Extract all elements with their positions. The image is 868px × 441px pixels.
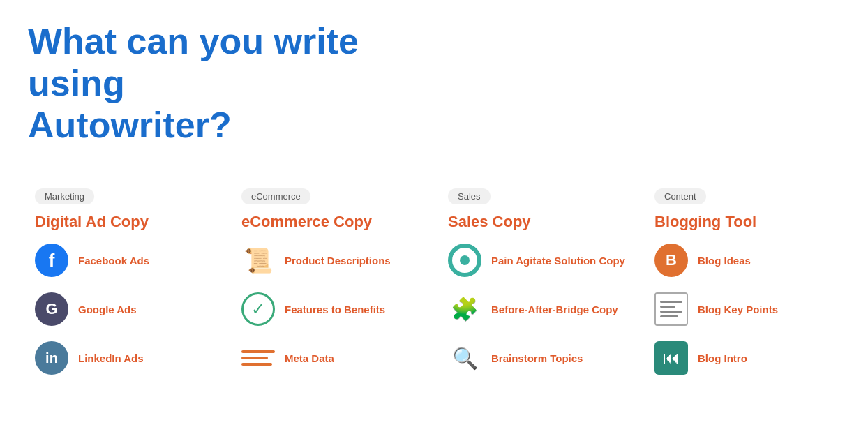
marketing-badge: Marketing	[35, 188, 94, 204]
meta-data-item[interactable]: Meta Data	[241, 341, 420, 375]
blog-key-icon	[654, 292, 688, 326]
ecommerce-column: eCommerce eCommerce Copy 📜 Product Descr…	[234, 188, 427, 390]
before-after-bridge-item[interactable]: 🧩 Before-After-Bridge Copy	[448, 292, 627, 326]
lines-icon	[241, 341, 275, 375]
blog-ideas-label: Blog Ideas	[698, 255, 751, 267]
product-descriptions-label: Product Descriptions	[285, 255, 391, 267]
linkedin-ads-label: LinkedIn Ads	[78, 352, 144, 364]
blog-intro-label: Blog Intro	[698, 352, 747, 364]
pas-copy-label: Pain Agitate Solution Copy	[491, 255, 625, 267]
blogger-icon: B	[654, 244, 688, 277]
sales-column: Sales Sales Copy Pain Agitate Solution C…	[441, 188, 634, 390]
content-section-title: Blogging Tool	[654, 213, 833, 231]
google-ads-label: Google Ads	[78, 304, 137, 315]
marketing-column: Marketing Digital Ad Copy f Facebook Ads…	[28, 188, 220, 390]
meta-data-label: Meta Data	[285, 352, 334, 364]
product-descriptions-item[interactable]: 📜 Product Descriptions	[241, 244, 420, 277]
blog-key-points-label: Blog Key Points	[698, 304, 778, 315]
check-circle-icon: ✓	[241, 292, 275, 326]
features-to-benefits-label: Features to Benefits	[285, 304, 385, 315]
section-divider	[28, 167, 840, 167]
sales-section-title: Sales Copy	[448, 213, 627, 231]
sales-badge: Sales	[448, 188, 491, 204]
features-to-benefits-item[interactable]: ✓ Features to Benefits	[241, 292, 420, 326]
blog-ideas-item[interactable]: B Blog Ideas	[654, 244, 833, 277]
facebook-ads-item[interactable]: f Facebook Ads	[35, 244, 214, 277]
brainstorm-topics-item[interactable]: 🔍 Brainstorm Topics	[448, 341, 627, 375]
blog-intro-icon: ⏮	[654, 341, 688, 375]
google-ads-item[interactable]: G Google Ads	[35, 292, 214, 326]
pas-copy-item[interactable]: Pain Agitate Solution Copy	[448, 244, 627, 277]
magnifier-icon: 🔍	[448, 341, 481, 375]
before-after-bridge-label: Before-After-Bridge Copy	[491, 304, 618, 315]
content-badge: Content	[654, 188, 706, 204]
brainstorm-topics-label: Brainstorm Topics	[491, 352, 583, 364]
linkedin-icon: in	[35, 341, 68, 375]
puzzle-icon: 🧩	[448, 292, 481, 326]
scroll-icon: 📜	[241, 244, 275, 277]
pas-icon	[448, 244, 481, 277]
ecommerce-badge: eCommerce	[241, 188, 310, 204]
facebook-icon: f	[35, 244, 68, 277]
main-title: What can you write using Autowriter?	[28, 21, 447, 146]
blog-key-points-item[interactable]: Blog Key Points	[654, 292, 833, 326]
facebook-ads-label: Facebook Ads	[78, 255, 149, 267]
marketing-section-title: Digital Ad Copy	[35, 213, 214, 231]
linkedin-ads-item[interactable]: in LinkedIn Ads	[35, 341, 214, 375]
content-column: Content Blogging Tool B Blog Ideas Blog …	[648, 188, 840, 390]
tool-columns: Marketing Digital Ad Copy f Facebook Ads…	[28, 188, 840, 390]
blog-intro-item[interactable]: ⏮ Blog Intro	[654, 341, 833, 375]
ecommerce-section-title: eCommerce Copy	[241, 213, 420, 231]
google-icon: G	[35, 292, 68, 326]
